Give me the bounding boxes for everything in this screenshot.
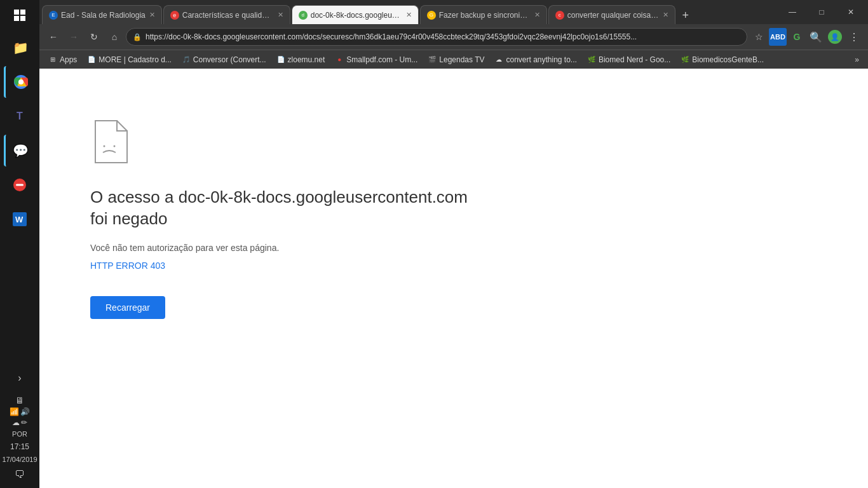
nav-actions: ☆ ABD G 🔍 👤 ⋮ — [750, 28, 863, 46]
tab-label-ead: Ead - Sala de Radiologia — [61, 11, 146, 20]
extension1-button[interactable]: G — [788, 28, 806, 46]
main-content: O acesso a doc-0k-8k-docs.googleusercont… — [39, 69, 868, 488]
bookmark-zloemu[interactable]: 📄 zloemu.net — [273, 54, 329, 65]
taskbar-icon-whatsapp[interactable]: 💬 — [4, 135, 36, 166]
bookmark-biomedicos[interactable]: 🌿 BiomedicosGenteB... — [677, 54, 768, 65]
reload-page-button[interactable]: Recarregar — [90, 296, 165, 319]
tab-favicon-ead: E — [49, 11, 58, 20]
taskbar-icon-chrome[interactable] — [4, 66, 36, 98]
apps-icon: ⊞ — [48, 55, 57, 64]
taskbar-icon-folder[interactable]: 📁 — [4, 32, 36, 64]
tab-close-doc[interactable]: ✕ — [402, 11, 412, 19]
tab-close-caracteristicas[interactable]: ✕ — [274, 11, 283, 19]
taskbar-icon-noentry[interactable] — [4, 169, 36, 201]
profile-button[interactable]: 👤 — [826, 28, 844, 46]
extension2-button[interactable]: 🔍 — [807, 28, 825, 46]
bookmark-star-button[interactable]: ☆ — [750, 28, 768, 46]
profile-avatar: 👤 — [828, 30, 842, 44]
taskbar-sidebar: 📁 T 💬 W › 🖥 📶 🔊 — [0, 0, 39, 488]
svg-rect-8 — [16, 184, 24, 186]
svg-point-11 — [104, 146, 105, 147]
teams-icon: T — [17, 111, 23, 122]
lock-icon: 🔒 — [133, 33, 142, 41]
doc-icon: 📄 — [87, 55, 96, 64]
error-heading: O acesso a doc-0k-8k-docs.googleusercont… — [90, 187, 471, 230]
tab-converter[interactable]: c converter qualquer coisa em... ✕ — [548, 5, 675, 24]
new-tab-button[interactable]: + — [677, 6, 695, 24]
bookmark-smallpdf-label: Smallpdf.com - Um... — [346, 55, 417, 64]
taskbar-icon-teams[interactable]: T — [4, 100, 36, 132]
tab-favicon-conv: c — [555, 11, 564, 20]
home-button[interactable]: ⌂ — [105, 28, 123, 46]
taskbar-monitor-icon: 🖥 — [15, 395, 24, 405]
taskbar-wifi-sound-row: 📶 🔊 — [10, 407, 30, 416]
legendas-icon: 🎬 — [428, 55, 437, 64]
taskbar-time: 17:15 — [10, 442, 29, 451]
tab-ead[interactable]: E Ead - Sala de Radiologia ✕ — [42, 5, 162, 24]
tab-close-backup[interactable]: ✕ — [531, 11, 540, 19]
chrome-icon — [14, 75, 28, 89]
title-bar: E Ead - Sala de Radiologia ✕ e Caracterí… — [39, 0, 868, 24]
tab-backup[interactable]: G Fazer backup e sincronizar a... ✕ — [420, 5, 547, 24]
bookmarks-bar: ⊞ Apps 📄 MORE | Cadastro d... 🎵 Converso… — [39, 50, 868, 69]
bookmark-more[interactable]: 📄 MORE | Cadastro d... — [83, 54, 175, 65]
bookmark-convert[interactable]: ☁ convert anything to... — [491, 54, 580, 65]
taskbar-icon-word[interactable]: W — [4, 203, 36, 235]
tab-favicon-g: G — [427, 11, 436, 20]
bookmark-legendas-label: Legendas TV — [439, 55, 484, 64]
nav-bar: ← → ↻ ⌂ 🔒 https://doc-0k-8k-docs.googleu… — [39, 24, 868, 50]
bookmark-zloemu-label: zloemu.net — [288, 55, 325, 64]
bookmark-smallpdf[interactable]: ● Smallpdf.com - Um... — [331, 54, 421, 65]
taskbar-cloud-pen-row: ☁ ✏ — [12, 418, 27, 427]
bookmark-conversor[interactable]: 🎵 Conversor (Convert... — [178, 54, 270, 65]
bookmark-biomedicos-label: BiomedicosGenteB... — [692, 55, 764, 64]
tab-close-ead[interactable]: ✕ — [146, 11, 155, 19]
close-button[interactable]: ✕ — [836, 0, 865, 24]
word-icon: W — [13, 212, 27, 226]
tab-label-doc: doc-0k-8k-docs.googleuser... — [311, 11, 402, 20]
abbyy-button[interactable]: ABD — [769, 28, 787, 46]
back-button[interactable]: ← — [44, 28, 62, 46]
bookmark-apps-label: Apps — [60, 55, 77, 64]
taskbar-cloud-icon: ☁ — [12, 418, 20, 427]
tab-label-caracteristicas: Características e qualidade d... — [182, 11, 274, 20]
noentry-icon — [13, 178, 27, 192]
taskbar-sound-icon: 🔊 — [20, 407, 30, 416]
address-bar[interactable]: 🔒 https://doc-0k-8k-docs.googleuserconte… — [126, 28, 747, 46]
svg-point-6 — [18, 79, 24, 85]
svg-text:W: W — [15, 215, 24, 224]
tab-label-backup: Fazer backup e sincronizar a... — [439, 11, 531, 20]
folder-icon: 📁 — [13, 40, 29, 55]
url-text: https://doc-0k-8k-docs.googleusercontent… — [146, 32, 740, 41]
bookmark-more-label: MORE | Cadastro d... — [98, 55, 172, 64]
biomed-icon: 🌿 — [587, 55, 596, 64]
zloemu-icon: 📄 — [276, 55, 285, 64]
menu-button[interactable]: ⋮ — [845, 28, 863, 46]
convert-icon: ☁ — [494, 55, 503, 64]
taskbar-sidebar-expand[interactable]: › — [4, 362, 36, 394]
svg-rect-2 — [14, 16, 19, 21]
minimize-button[interactable]: — — [778, 0, 807, 24]
windows-start-button[interactable] — [0, 0, 39, 30]
smallpdf-icon: ● — [335, 55, 344, 64]
forward-button[interactable]: → — [65, 28, 83, 46]
tab-favicon-e: e — [170, 11, 179, 20]
bookmarks-more-button[interactable]: » — [851, 54, 863, 65]
error-icon-container — [90, 119, 128, 166]
error-document-icon — [90, 119, 128, 164]
music-icon: 🎵 — [182, 55, 191, 64]
error-code: HTTP ERROR 403 — [90, 261, 165, 271]
taskbar-date: 17/04/2019 — [2, 456, 37, 463]
bookmark-apps[interactable]: ⊞ Apps — [44, 54, 81, 65]
bookmark-biomed[interactable]: 🌿 Biomed Nerd - Goo... — [583, 54, 674, 65]
tab-caracteristicas[interactable]: e Características e qualidade d... ✕ — [163, 5, 290, 24]
bookmark-biomed-label: Biomed Nerd - Goo... — [599, 55, 670, 64]
taskbar-pen-icon: ✏ — [21, 418, 27, 427]
reload-button[interactable]: ↻ — [85, 28, 103, 46]
maximize-button[interactable]: □ — [807, 0, 836, 24]
tab-close-converter[interactable]: ✕ — [659, 11, 668, 19]
bookmark-legendas[interactable]: 🎬 Legendas TV — [424, 54, 488, 65]
tab-label-converter: converter qualquer coisa em... — [567, 11, 659, 20]
tab-doc[interactable]: d doc-0k-8k-docs.googleuser... ✕ — [292, 5, 419, 24]
tab-favicon-doc: d — [299, 11, 308, 20]
